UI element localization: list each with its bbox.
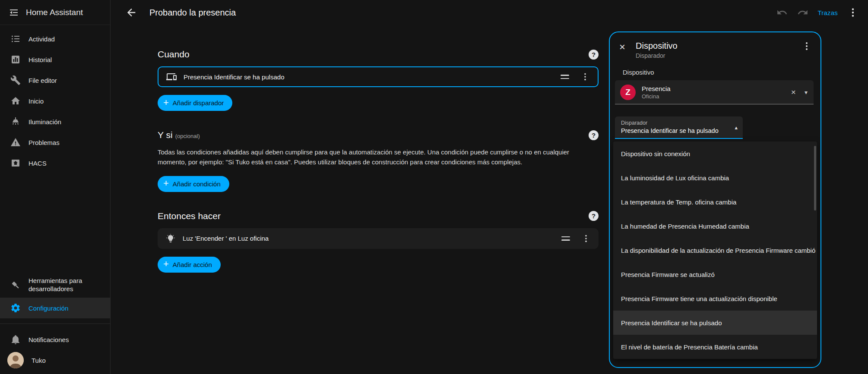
- add-trigger-button[interactable]: + Añadir disparador: [158, 95, 232, 111]
- overflow-menu-icon[interactable]: [847, 7, 858, 18]
- sidebar: Home Assistant Actividad Historial File …: [0, 0, 111, 374]
- chevron-up-icon: ▴: [735, 124, 738, 131]
- sidebar-item-label: Herramientas para desarrolladores: [29, 277, 85, 293]
- trigger-editor-panel: × Dispositivo Disparador Dispositivo Z P…: [609, 31, 821, 368]
- user-name: Tuko: [32, 357, 46, 364]
- device-section-label: Dispositivo: [623, 69, 820, 76]
- redo-icon[interactable]: [797, 7, 808, 18]
- then-section-header: Entonces hacer ?: [158, 211, 599, 221]
- andif-title: Y si(opcional): [158, 130, 200, 140]
- action-menu-icon[interactable]: [581, 234, 591, 243]
- when-title: Cuando: [158, 49, 190, 60]
- trigger-select-value: Presencia Identificar se ha pulsado: [621, 127, 728, 134]
- trigger-card-label: Presencia Identificar se ha pulsado: [184, 73, 284, 81]
- menu-option[interactable]: La disponibilidad de la actualización de…: [613, 238, 817, 262]
- sidebar-header: Home Assistant: [0, 0, 110, 25]
- menu-option[interactable]: El nivel de batería de Presencia Batería…: [613, 335, 817, 359]
- action-card-label: Luz 'Encender ' en Luz oficina: [183, 235, 269, 242]
- sidebar-item-label: Iluminación: [29, 118, 61, 126]
- alert-icon: [10, 137, 21, 148]
- sidebar-item-problemas[interactable]: Problemas: [0, 132, 110, 153]
- menu-option[interactable]: Presencia Firmware tiene una actualizaci…: [613, 286, 817, 311]
- sidebar-item-label: Actividad: [29, 35, 55, 43]
- panel-header: × Dispositivo Disparador: [610, 32, 820, 59]
- sidebar-item-label: Configuración: [29, 305, 69, 312]
- plus-icon: +: [163, 259, 169, 269]
- close-icon[interactable]: ×: [619, 42, 625, 52]
- sidebar-item-label: Notificaciones: [29, 336, 69, 343]
- menu-option-selected[interactable]: Presencia Identificar se ha pulsado: [613, 311, 817, 335]
- add-condition-button[interactable]: + Añadir condición: [158, 176, 229, 192]
- trigger-select[interactable]: Disparador Presencia Identificar se ha p…: [615, 116, 743, 139]
- chevron-down-icon[interactable]: ▾: [805, 89, 808, 96]
- menu-option[interactable]: La humedad de Presencia Humedad cambia: [613, 214, 817, 238]
- sidebar-divider: [0, 324, 110, 324]
- help-icon[interactable]: ?: [589, 50, 599, 60]
- panel-subtitle: Disparador: [636, 52, 678, 59]
- trazas-link[interactable]: Trazas: [818, 9, 838, 16]
- sidebar-item-file-editor[interactable]: File editor: [0, 70, 110, 91]
- sidebar-item-notificaciones[interactable]: Notificaciones: [0, 329, 110, 350]
- sidebar-item-iluminacion[interactable]: Iluminación: [0, 111, 110, 132]
- menu-option[interactable]: Presencia Firmware se actualizó: [613, 262, 817, 286]
- page-title: Probando la presencia: [149, 8, 236, 18]
- device-area: Oficina: [642, 93, 671, 100]
- add-action-button[interactable]: + Añadir acción: [158, 257, 221, 273]
- sidebar-item-configuracion[interactable]: Configuración: [0, 298, 110, 318]
- back-arrow-icon[interactable]: [125, 6, 137, 19]
- sidebar-item-label: Inicio: [29, 97, 44, 105]
- sidebar-item-hacs[interactable]: HACS: [0, 153, 110, 173]
- menu-option[interactable]: La luminosidad de Lux oficina cambia: [613, 166, 817, 190]
- sidebar-item-label: File editor: [29, 77, 57, 84]
- lightbulb-icon: [165, 233, 176, 244]
- chart-icon: [10, 54, 21, 65]
- list-icon: [10, 34, 21, 44]
- sidebar-item-label: Problemas: [29, 139, 60, 146]
- sidebar-item-inicio[interactable]: Inicio: [0, 91, 110, 111]
- device-picker[interactable]: Z Presencia Oficina × ▾: [615, 80, 814, 104]
- menu-option[interactable]: La temperatura de Temp. oficina cambia: [613, 190, 817, 214]
- sidebar-item-user[interactable]: Tuko: [0, 350, 110, 371]
- menu-option[interactable]: Dispositivo sin conexión: [613, 141, 817, 166]
- sidebar-bottom: Herramientas para desarrolladores Config…: [0, 273, 110, 371]
- menu-scrollbar[interactable]: [814, 146, 816, 211]
- trigger-card[interactable]: Presencia Identificar se ha pulsado: [158, 66, 599, 87]
- wrench-icon: [10, 75, 21, 85]
- action-card[interactable]: Luz 'Encender ' en Luz oficina: [158, 228, 599, 249]
- help-icon[interactable]: ?: [589, 211, 599, 221]
- andif-section-header: Y si(opcional) ?: [158, 130, 599, 140]
- sidebar-item-dev-tools[interactable]: Herramientas para desarrolladores: [0, 273, 110, 298]
- bell-icon: [10, 334, 21, 345]
- when-section-header: Cuando ?: [158, 49, 599, 60]
- home-icon: [10, 96, 21, 106]
- top-app-bar: Probando la presencia Trazas: [111, 0, 868, 25]
- trigger-options-menu: Dispositivo sin conexión La luminosidad …: [613, 141, 817, 359]
- undo-icon[interactable]: [776, 7, 788, 18]
- device-name: Presencia: [642, 85, 671, 92]
- sidebar-item-label: Historial: [29, 56, 52, 63]
- clear-device-icon[interactable]: ×: [791, 88, 796, 97]
- then-title: Entonces hacer: [158, 211, 221, 221]
- sidebar-nav: Actividad Historial File editor Inicio I…: [0, 25, 110, 173]
- hammer-icon: [10, 280, 21, 290]
- sidebar-item-label: HACS: [29, 160, 47, 167]
- panel-menu-icon[interactable]: [801, 41, 812, 51]
- add-condition-label: Añadir condición: [173, 180, 221, 188]
- optional-label: (opcional): [175, 133, 200, 139]
- ceiling-light-icon: [10, 116, 21, 127]
- user-avatar: [7, 352, 24, 368]
- automation-editor: Cuando ? Presencia Identificar se ha pul…: [158, 25, 599, 273]
- trigger-select-label: Disparador: [621, 120, 728, 126]
- trigger-menu-icon[interactable]: [580, 72, 590, 82]
- drag-handle-icon[interactable]: [561, 236, 570, 241]
- sidebar-toggle-icon[interactable]: [9, 7, 19, 18]
- conditions-description: Todas las condiciones añadidas aquí debe…: [158, 147, 585, 167]
- add-trigger-label: Añadir disparador: [173, 99, 224, 107]
- sidebar-item-actividad[interactable]: Actividad: [0, 28, 110, 49]
- help-icon[interactable]: ?: [589, 130, 599, 140]
- plus-icon: +: [163, 179, 169, 188]
- sidebar-item-historial[interactable]: Historial: [0, 49, 110, 70]
- hacs-icon: [10, 158, 21, 168]
- drag-handle-icon[interactable]: [561, 75, 569, 79]
- add-action-label: Añadir acción: [173, 261, 212, 268]
